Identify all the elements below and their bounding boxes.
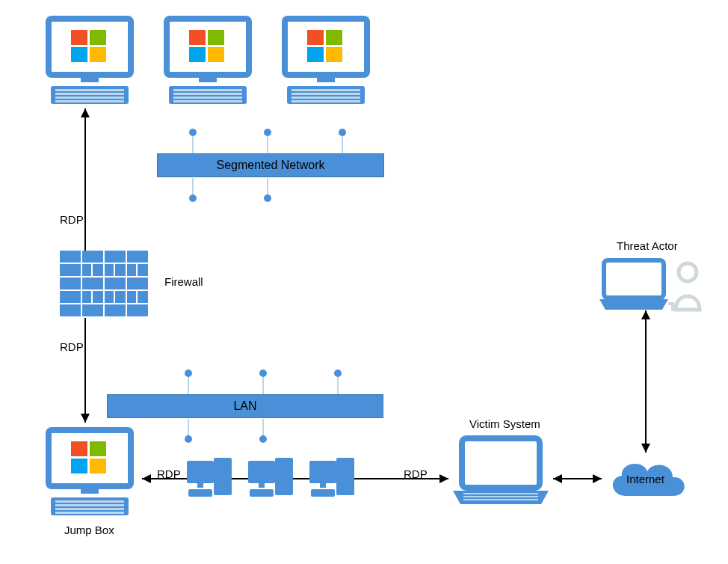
jump-box-label: Jump Box bbox=[64, 524, 114, 536]
svg-rect-41 bbox=[71, 459, 87, 473]
segmented-network-bar: Segmented Network bbox=[157, 153, 384, 177]
svg-rect-28 bbox=[307, 30, 324, 45]
laptop-user-icon bbox=[598, 254, 710, 322]
net-dot bbox=[185, 435, 192, 443]
svg-rect-29 bbox=[326, 30, 342, 45]
svg-rect-66 bbox=[604, 260, 664, 298]
svg-rect-36 bbox=[291, 96, 360, 99]
lan-workstation-1 bbox=[185, 455, 238, 506]
rdp-label-upper: RDP bbox=[60, 213, 84, 226]
svg-rect-8 bbox=[71, 47, 87, 62]
svg-rect-47 bbox=[55, 508, 124, 510]
svg-rect-15 bbox=[55, 100, 124, 102]
workstation-icon bbox=[185, 455, 238, 503]
workstation-icon bbox=[247, 455, 299, 503]
windows-pc-icon bbox=[163, 15, 253, 108]
windows-pc-icon bbox=[45, 15, 135, 108]
svg-rect-5 bbox=[49, 19, 131, 75]
victim-system-label: Victim System bbox=[469, 417, 540, 430]
net-stem bbox=[342, 135, 343, 153]
svg-rect-54 bbox=[275, 458, 293, 495]
net-dot bbox=[264, 129, 271, 136]
victim-system-laptop bbox=[448, 434, 553, 511]
svg-rect-18 bbox=[208, 30, 224, 45]
net-stem bbox=[337, 376, 339, 394]
lan-workstation-2 bbox=[247, 455, 299, 506]
segmented-pc-1 bbox=[45, 15, 135, 111]
svg-rect-6 bbox=[71, 30, 87, 45]
net-dot bbox=[264, 194, 271, 202]
net-stem bbox=[192, 135, 194, 153]
svg-rect-19 bbox=[189, 47, 206, 62]
svg-rect-7 bbox=[90, 30, 106, 45]
svg-rect-60 bbox=[320, 483, 326, 488]
rdp-label-lower: RDP bbox=[60, 340, 84, 353]
svg-point-67 bbox=[679, 263, 697, 281]
net-dot bbox=[339, 129, 346, 136]
net-dot bbox=[259, 370, 267, 377]
svg-rect-38 bbox=[49, 430, 131, 486]
svg-rect-45 bbox=[55, 500, 124, 503]
svg-rect-62 bbox=[462, 438, 540, 488]
svg-rect-46 bbox=[55, 504, 124, 506]
svg-rect-59 bbox=[309, 461, 336, 483]
svg-rect-31 bbox=[326, 47, 342, 62]
svg-rect-14 bbox=[55, 96, 124, 99]
windows-pc-icon bbox=[45, 426, 135, 520]
net-dot bbox=[189, 129, 197, 136]
svg-rect-27 bbox=[285, 19, 367, 75]
svg-rect-55 bbox=[248, 461, 275, 483]
svg-rect-52 bbox=[197, 483, 203, 488]
firewall-label: Firewall bbox=[164, 275, 203, 288]
net-stem bbox=[267, 135, 268, 153]
svg-rect-34 bbox=[291, 89, 360, 91]
threat-actor-label: Threat Actor bbox=[617, 239, 678, 252]
net-dot bbox=[189, 194, 197, 202]
svg-rect-12 bbox=[55, 89, 124, 91]
svg-rect-57 bbox=[250, 489, 274, 497]
svg-rect-39 bbox=[71, 441, 87, 456]
svg-rect-20 bbox=[208, 47, 224, 62]
svg-rect-32 bbox=[317, 75, 335, 82]
svg-rect-30 bbox=[307, 47, 324, 62]
net-stem bbox=[188, 376, 189, 394]
rdp-label-h2: RDP bbox=[404, 468, 428, 480]
segmented-pc-2 bbox=[163, 15, 253, 111]
svg-rect-24 bbox=[173, 93, 242, 95]
net-stem bbox=[262, 376, 264, 394]
svg-rect-61 bbox=[311, 489, 335, 497]
rdp-label-h1: RDP bbox=[157, 468, 181, 480]
lan-bar: LAN bbox=[107, 394, 383, 418]
svg-rect-25 bbox=[173, 96, 242, 99]
svg-rect-58 bbox=[336, 458, 354, 495]
lan-workstation-3 bbox=[308, 455, 360, 506]
windows-pc-icon bbox=[281, 15, 371, 108]
firewall-icon bbox=[60, 251, 149, 318]
segmented-network-label: Segmented Network bbox=[157, 153, 384, 177]
svg-rect-17 bbox=[189, 30, 206, 45]
svg-rect-13 bbox=[55, 93, 124, 95]
lan-label: LAN bbox=[107, 394, 383, 418]
svg-rect-16 bbox=[167, 19, 249, 75]
svg-rect-9 bbox=[90, 47, 106, 62]
segmented-pc-3 bbox=[281, 15, 371, 111]
svg-rect-40 bbox=[90, 441, 106, 456]
svg-rect-43 bbox=[81, 486, 99, 494]
net-dot bbox=[259, 435, 267, 443]
net-dot bbox=[185, 370, 192, 377]
svg-rect-37 bbox=[291, 100, 360, 102]
svg-rect-48 bbox=[55, 512, 124, 514]
workstation-icon bbox=[308, 455, 360, 503]
svg-rect-42 bbox=[90, 459, 106, 473]
svg-rect-53 bbox=[188, 489, 212, 497]
net-dot bbox=[334, 370, 342, 377]
svg-rect-10 bbox=[81, 75, 99, 82]
svg-rect-49 bbox=[214, 458, 232, 495]
threat-actor-icon bbox=[598, 254, 710, 324]
svg-rect-35 bbox=[291, 93, 360, 95]
svg-rect-23 bbox=[173, 89, 242, 91]
internet-label: Internet bbox=[626, 473, 664, 485]
svg-rect-26 bbox=[173, 100, 242, 102]
laptop-icon bbox=[448, 434, 553, 509]
jump-box-pc bbox=[45, 426, 135, 522]
